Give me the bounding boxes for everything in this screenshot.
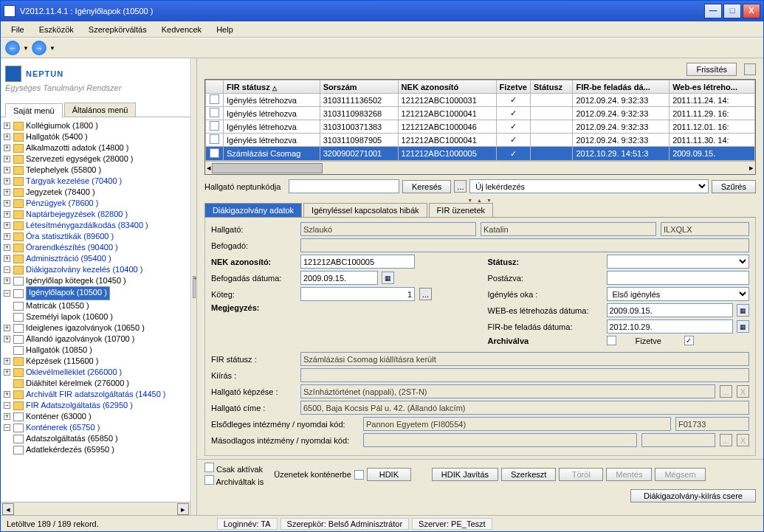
back-button[interactable]: ← (5, 41, 20, 55)
menu-fav[interactable]: Kedvencek (156, 24, 207, 35)
fir-date-input[interactable] (607, 319, 734, 334)
tree-item[interactable]: +Archivált FIR adatszolgáltatás (14450 ) (2, 389, 189, 400)
archived-checkbox-filter[interactable]: Archiváltak is (204, 475, 264, 486)
tree-item[interactable]: +Kollégiumok (1800 ) (2, 120, 189, 131)
tab-request-errors[interactable]: Igényléssel kapcsolatos hibák (303, 203, 427, 217)
tree-item[interactable]: Adatszolgáltatás (65850 ) (2, 433, 189, 444)
web-date-picker-icon[interactable]: ▦ (737, 304, 749, 317)
tree-item[interactable]: +Óra statisztikák (89600 ) (2, 231, 189, 242)
batch-lookup-button[interactable]: ... (419, 288, 432, 300)
nek-input[interactable] (300, 255, 415, 269)
collapse-icon[interactable]: ▼ ▲ ▼ (197, 198, 763, 203)
receive-date-input[interactable] (300, 271, 378, 285)
scroll-left-icon[interactable]: ◂ (2, 503, 14, 515)
grid-scroll-left-icon[interactable]: ◂ (207, 163, 211, 173)
tree-item[interactable]: Diákhitel kérelmek (276000 ) (2, 378, 189, 389)
tree-item[interactable]: −Diákigazolvány kezelés (10400 ) (2, 264, 189, 275)
tree-item[interactable]: +Képzések (115600 ) (2, 356, 189, 367)
tree-item[interactable]: +Ideiglenes igazolványok (10650 ) (2, 322, 189, 334)
tree-item[interactable]: +Létesítménygazdálkodás (83400 ) (2, 220, 189, 231)
posted-input[interactable] (607, 271, 750, 285)
tab-own-menu[interactable]: Saját menü (5, 103, 63, 117)
tree-item[interactable]: Hallgatók (10850 ) (2, 345, 189, 356)
msg-container-checkbox[interactable] (354, 470, 364, 480)
hdik-button[interactable]: HDIK (367, 468, 411, 481)
grid-scroll-thumb[interactable] (212, 163, 323, 173)
neptun-code-input[interactable] (289, 179, 399, 193)
table-row[interactable]: Igénylés létrehozva3103111136502121212AB… (206, 94, 755, 107)
query-select[interactable]: Új lekérdezés (469, 179, 708, 193)
paid-checkbox[interactable]: ✓ (684, 336, 694, 345)
pin-icon[interactable] (744, 63, 756, 75)
archived-label: Archiválva (488, 336, 602, 345)
only-active-checkbox[interactable]: Csak aktívak (204, 463, 264, 474)
tree-hscrollbar[interactable]: ◂ ▸ (1, 502, 190, 515)
scroll-right-icon[interactable]: ▸ (177, 503, 189, 515)
tree-item[interactable]: +Állandó igazolványok (10700 ) (2, 334, 189, 345)
search-button[interactable]: Keresés (402, 180, 451, 193)
tree-item[interactable]: −FIR Adatszolgáltatás (62950 ) (2, 400, 189, 411)
request-grid[interactable]: FIR státusz △SorszámNEK azonosítóFizetve… (204, 79, 756, 175)
tree-item[interactable]: +Szervezeti egységek (28000 ) (2, 153, 189, 165)
forward-button[interactable]: → (32, 41, 47, 55)
menu-help[interactable]: Help (210, 24, 239, 35)
web-date-input[interactable] (607, 303, 734, 317)
tree-item[interactable]: +Igénylőlap kötegek (10450 ) (2, 275, 189, 286)
tree-item[interactable]: +Pénzügyek (78600 ) (2, 198, 189, 209)
maximize-button[interactable]: □ (723, 4, 741, 18)
fir-date-picker-icon[interactable]: ▦ (737, 320, 749, 333)
reason-select[interactable]: Első igénylés (607, 287, 750, 301)
tree-item[interactable]: +Tárgyak kezelése (70400 ) (2, 176, 189, 187)
menu-file[interactable]: File (5, 24, 30, 35)
minimize-button[interactable]: — (704, 4, 722, 18)
posted-label: Postázva: (488, 274, 602, 283)
status-select[interactable] (607, 255, 750, 269)
tab-general-menu[interactable]: Általános menü (64, 103, 137, 117)
student-code (661, 222, 749, 236)
secondary-inst-label: Másodlagos intézmény / nyomdai kód: (211, 436, 359, 445)
menu-tools[interactable]: Eszközök (33, 24, 80, 35)
grid-scroll-right-icon[interactable]: ▸ (749, 163, 754, 173)
status-records: Letöltve 189 / 189 rekord. (7, 519, 99, 528)
edit-button[interactable]: Szerkeszt (501, 468, 556, 481)
tree-item[interactable]: +Telephelyek (55800 ) (2, 165, 189, 176)
tree-item[interactable]: +Konténer (63000 ) (2, 411, 189, 422)
search-options-button[interactable]: ... (454, 180, 467, 193)
hdik-fix-button[interactable]: HDIK Javítás (432, 468, 498, 481)
tab-fir-messages[interactable]: FIR üzenetek (429, 203, 493, 217)
tree-item[interactable]: Matricák (10550 ) (2, 300, 189, 311)
tree-item[interactable]: Adatlekérdezés (65950 ) (2, 444, 189, 455)
menu-role[interactable]: Szerepkörváltás (83, 24, 153, 35)
receive-date-picker-icon[interactable]: ▦ (382, 272, 394, 284)
tree-item[interactable]: −Igénylőlapok (10500 ) (2, 286, 189, 300)
table-row[interactable]: Igénylés létrehozva3103110983268121212AB… (206, 107, 755, 120)
close-button[interactable]: X (743, 4, 760, 18)
table-row[interactable]: Számlázási Csomag3200900271001121212ABC1… (206, 147, 755, 161)
education-clear-button: X (737, 385, 749, 398)
tree-item[interactable]: +Jegyzetek (78400 ) (2, 187, 189, 198)
tree-item[interactable]: +Órarendkészítés (90400 ) (2, 242, 189, 253)
note-label: Megjegyzés: (211, 303, 296, 312)
swap-button[interactable]: Diákigazolvány-kiírás csere (630, 489, 756, 502)
tree-item[interactable]: +Hallgatók (5400 ) (2, 131, 189, 142)
filter-button[interactable]: Szűrés (712, 180, 756, 193)
tree-item[interactable]: Személyi lapok (10600 ) (2, 311, 189, 322)
tree-item[interactable]: +Alkalmazotti adatok (14800 ) (2, 142, 189, 153)
save-button: Mentés (606, 468, 652, 481)
archived-checkbox[interactable] (607, 336, 616, 345)
tree-item[interactable]: −Konténerek (65750 ) (2, 422, 189, 433)
tree-item[interactable]: +Naptárbejegyzések (82800 ) (2, 209, 189, 220)
tree-item[interactable]: +Oklevélmelléklet (266000 ) (2, 367, 189, 378)
web-date-label: WEB-es létrehozás dátuma: (488, 306, 602, 315)
tree-item[interactable]: +Adminisztráció (95400 ) (2, 253, 189, 264)
tab-card-data[interactable]: Diákigazolvány adatok (204, 203, 302, 217)
batch-label: Köteg: (211, 290, 296, 299)
splitter[interactable]: ◂ (191, 58, 197, 515)
refresh-button[interactable]: Frissítés (686, 63, 737, 76)
back-dropdown-icon[interactable]: ▼ (23, 45, 29, 52)
table-row[interactable]: Igénylés létrehozva3103100371383121212AB… (206, 120, 755, 134)
table-row[interactable]: Igénylés létrehozva3103110987905121212AB… (206, 134, 755, 147)
forward-dropdown-icon[interactable]: ▼ (49, 45, 55, 52)
batch-input[interactable] (300, 287, 415, 301)
nav-tree[interactable]: +Kollégiumok (1800 )+Hallgatók (5400 )+A… (1, 117, 190, 502)
